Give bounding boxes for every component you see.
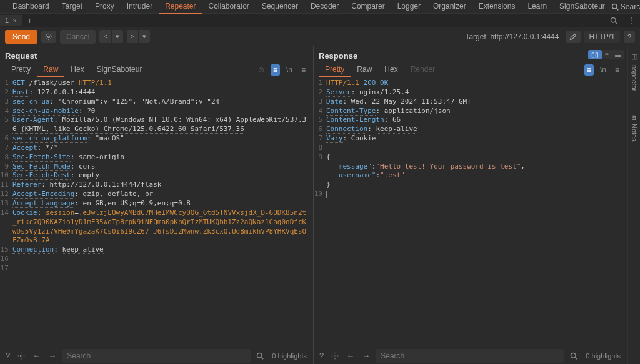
request-panel: Request PrettyRawHexSignSaboteur ⊘ ≡ \n … [0,46,314,364]
inspector-tab[interactable]: ◫ Inspector [629,47,639,96]
nav-right-button[interactable]: → [360,350,372,362]
code-line: 9{ [314,153,627,162]
code-line: 11Referer: http://127.0.0.1:4444/flask [0,180,313,190]
edit-target-button[interactable] [566,31,581,43]
menu-extensions[interactable]: Extensions [472,0,522,14]
menu-organizer[interactable]: Organizer [427,0,472,14]
menu-sequencer[interactable]: Sequencer [256,0,304,14]
menu-target[interactable]: Target [56,0,89,14]
request-subtab-pretty[interactable]: Pretty [5,63,37,77]
request-subtab-signsaboteur[interactable]: SignSaboteur [91,63,149,77]
code-line: 2Host: 127.0.0.1:4444 [0,88,313,97]
inspector-icon: ◫ [631,52,638,61]
tab-menu-button[interactable]: ⋮ [622,14,640,27]
menu-learn[interactable]: Learn [521,0,553,14]
repeater-tab-1[interactable]: 1 × [0,15,22,26]
notes-tab[interactable]: 🗎 Notes [629,109,639,147]
response-subtabs: PrettyRawHexRender ≡ \n ≡ [314,63,627,77]
tab-search-button[interactable] [605,15,622,26]
help-icon[interactable]: ? [318,350,326,362]
code-line: 5Content-Length: 66 [314,116,627,125]
pencil-icon [569,33,577,41]
code-line: 1GET /flask/user HTTP/1.1 [0,79,313,88]
cancel-button[interactable]: Cancel [60,30,96,44]
svg-line-4 [615,22,617,24]
code-line: 17 [0,264,313,273]
menu-intruder[interactable]: Intruder [121,0,159,14]
menu-decoder[interactable]: Decoder [304,0,345,14]
menu-collaborator[interactable]: Collaborator [202,0,256,14]
response-subtab-hex[interactable]: Hex [378,63,404,77]
response-menu[interactable]: ≡ [612,64,622,76]
top-menu: DashboardTargetProxyIntruderRepeaterColl… [0,0,640,14]
svg-point-10 [571,353,576,358]
send-options-button[interactable] [41,31,56,43]
svg-point-5 [48,36,50,37]
code-line: 10Sec-Fetch-Dest: empty [0,171,313,180]
layout-side-by-side[interactable]: ▯▯ [588,50,602,59]
http-version-selector[interactable]: HTTP/1 [584,31,620,43]
global-search[interactable]: Search [611,2,640,11]
line-ending-toggle[interactable]: \n [598,64,609,76]
notes-icon: 🗎 [631,114,638,121]
response-subtab-pretty[interactable]: Pretty [319,63,351,77]
nav-left-button[interactable]: ← [31,350,42,362]
toggle-hidden-chars[interactable]: ⊘ [256,64,267,76]
history-back-dropdown[interactable]: ▾ [112,30,123,43]
svg-line-1 [616,8,618,10]
code-line: 5User-Agent: Mozilla/5.0 (Windows NT 10.… [0,116,313,134]
toggle-wrap[interactable]: ≡ [271,64,280,76]
gear-icon-button[interactable] [16,351,27,361]
menu-repeater[interactable]: Repeater [159,0,202,14]
request-menu[interactable]: ≡ [299,64,308,76]
svg-point-0 [612,4,617,9]
response-panel: Response ▯▯ ≡ ▬ PrettyRawHexRender ≡ \n … [314,46,628,364]
code-line: "username":"test" [314,171,627,180]
code-line: 15Connection: keep-alive [0,245,313,255]
history-back-button[interactable]: < [99,30,111,43]
line-ending-toggle[interactable]: \n [284,64,295,76]
menu-comparer[interactable]: Comparer [345,0,391,14]
menu-signsaboteur[interactable]: SignSaboteur [553,0,611,14]
search-icon [570,352,578,360]
svg-line-8 [262,357,264,359]
code-line: 7Vary: Cookie [314,134,627,144]
menu-proxy[interactable]: Proxy [89,0,121,14]
request-highlights: 0 highlights [272,352,307,360]
layout-stacked[interactable]: ≡ [602,50,612,59]
nav-left-button[interactable]: ← [344,350,356,362]
toggle-wrap[interactable]: ≡ [584,64,594,76]
code-line: "message":"Hello test! Your password is … [314,162,627,172]
help-button[interactable]: ? [624,31,635,43]
menu-dashboard[interactable]: Dashboard [6,0,56,14]
history-forward-dropdown[interactable]: ▾ [139,30,150,43]
code-line: 7Accept: */* [0,144,313,153]
gear-icon-button[interactable] [329,351,341,361]
code-line: 8 [314,144,627,153]
menu-logger[interactable]: Logger [391,0,427,14]
help-icon[interactable]: ? [4,350,12,362]
send-button[interactable]: Send [5,30,38,44]
search-go-button[interactable] [254,351,266,361]
code-line: 16 [0,255,313,264]
response-viewer[interactable]: 1HTTP/1.1 200 OK2Server: nginx/1.25.43Da… [314,77,627,347]
search-go-button[interactable] [568,351,579,361]
search-icon [610,17,618,24]
request-editor[interactable]: 1GET /flask/user HTTP/1.12Host: 127.0.0.… [0,77,313,347]
search-icon [256,352,264,360]
request-subtab-hex[interactable]: Hex [64,63,90,77]
code-line: 4Content-Type: application/json [314,107,627,116]
response-subtab-raw[interactable]: Raw [351,63,378,77]
layout-toggle: ▯▯ ≡ ▬ [588,50,624,59]
response-subtab-render: Render [404,63,441,77]
svg-point-3 [611,17,616,22]
nav-right-button[interactable]: → [46,350,58,362]
layout-combined[interactable]: ▬ [612,50,624,59]
request-subtabs: PrettyRawHexSignSaboteur ⊘ ≡ \n ≡ [0,63,313,77]
request-subtab-raw[interactable]: Raw [37,63,64,77]
response-search-input[interactable] [376,349,564,363]
request-search-input[interactable] [62,349,251,363]
history-forward-button[interactable]: > [127,30,139,43]
close-icon[interactable]: × [12,17,16,24]
add-tab-button[interactable]: + [22,14,38,27]
